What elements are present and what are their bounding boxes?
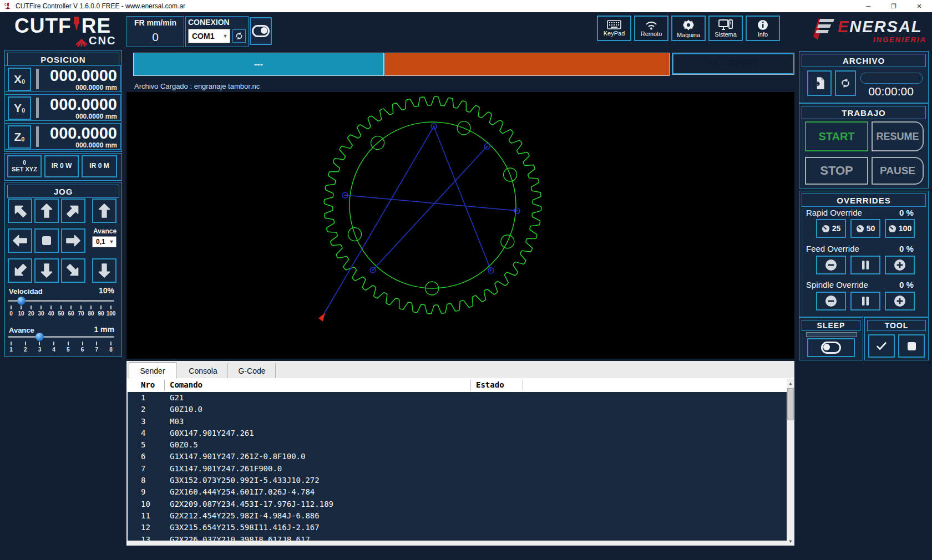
axis-zero-button-z[interactable]: Z0 xyxy=(8,125,31,149)
jog-up-right-button[interactable] xyxy=(61,198,85,223)
rapid-preset-50-button[interactable]: 50 xyxy=(850,219,880,238)
axis-zero-button-y[interactable]: Y0 xyxy=(8,96,31,120)
vertical-scrollbar[interactable]: ▲ ▼ xyxy=(787,379,794,546)
slider-tick xyxy=(50,306,52,309)
com-port-select[interactable]: COM1 ▼ xyxy=(188,29,230,43)
rapid-preset-100-button[interactable]: 100 xyxy=(885,219,915,238)
nav-label-maquina: Maquina xyxy=(677,32,700,38)
table-row[interactable]: 9G2X160.444Y254.601I7.026J-4.784 xyxy=(128,486,787,498)
maximize-button[interactable]: ❐ xyxy=(881,0,906,12)
preset-value: 100 xyxy=(899,224,911,233)
scroll-down-icon[interactable]: ▼ xyxy=(787,537,794,546)
override-decrease-button[interactable] xyxy=(816,256,846,274)
reload-file-button[interactable] xyxy=(835,70,856,96)
wifi-icon xyxy=(644,20,659,30)
axis-zero-button-x[interactable]: X0 xyxy=(8,68,31,91)
jog-avance-select[interactable]: 0,1 ▼ xyxy=(92,236,116,247)
nav-button-remoto[interactable]: Remoto xyxy=(634,16,668,41)
nav-button-maquina[interactable]: Maquina xyxy=(671,16,706,41)
reset-button[interactable]: << -- RESET xyxy=(672,53,794,74)
override-increase-button[interactable] xyxy=(885,292,915,310)
override-decrease-button[interactable] xyxy=(816,292,846,310)
table-row[interactable]: 6G1X147.901Y247.261Z-0.8F100.0 xyxy=(128,451,787,462)
table-row[interactable]: 4G0X147.901Y247.261 xyxy=(128,427,787,439)
table-row[interactable]: 2G0Z10.0 xyxy=(128,404,787,415)
minimize-button[interactable]: ─ xyxy=(855,0,881,12)
tab-sender[interactable]: Sender xyxy=(129,362,176,379)
set-xyz-button[interactable]: 0 SET XYZ xyxy=(7,155,42,177)
override-increase-button[interactable] xyxy=(885,256,915,274)
table-row[interactable]: 11G2X212.454Y225.982I-4.984J-6.886 xyxy=(128,510,787,522)
job-timer: 00:00:00 xyxy=(860,85,921,98)
axis-row-z: Z0000.0000000.0000 mm xyxy=(4,123,121,150)
jog-down-right-button[interactable] xyxy=(61,258,85,283)
tab-consola[interactable]: Consola xyxy=(179,363,228,378)
jog-right-button[interactable] xyxy=(61,228,85,253)
table-row[interactable]: 7G1X147.901Y247.261F900.0 xyxy=(128,463,787,475)
toolpath-preview-canvas[interactable] xyxy=(126,92,794,359)
close-button[interactable]: ✕ xyxy=(906,0,932,12)
jog-up-button[interactable] xyxy=(34,198,59,223)
jog-down-left-button[interactable] xyxy=(8,258,32,283)
connect-toggle[interactable] xyxy=(250,17,272,45)
scrollbar-thumb[interactable] xyxy=(787,388,794,420)
stop-button[interactable]: STOP xyxy=(805,157,868,185)
table-row[interactable]: 3M03 xyxy=(128,416,787,427)
axis-indicator-bar xyxy=(36,126,39,147)
slider-tick xyxy=(96,342,97,345)
pause-button[interactable]: PAUSE xyxy=(872,157,924,185)
slider-tick xyxy=(31,306,32,309)
avance-slider-value: 1 mm xyxy=(83,325,114,334)
table-row[interactable]: 12G3X215.654Y215.598I11.416J-2.167 xyxy=(128,522,787,533)
override-pause-button[interactable] xyxy=(850,292,880,310)
open-file-button[interactable] xyxy=(807,70,832,96)
window-title: CUTFire Controller V 1.6.0.0 FREE - www.… xyxy=(16,2,855,10)
rapid-preset-25-button[interactable]: 25 xyxy=(816,219,846,238)
jog-up-left-button[interactable] xyxy=(8,198,32,223)
slider-tick xyxy=(82,342,83,345)
horizontal-scrollbar[interactable] xyxy=(128,541,787,546)
jog-left-button[interactable] xyxy=(8,228,32,253)
tool-panel: TOOL xyxy=(864,317,929,360)
resume-button[interactable]: RESUME xyxy=(872,121,924,151)
reload-icon xyxy=(840,78,851,89)
slider-tick xyxy=(110,306,112,309)
scroll-up-icon[interactable]: ▲ xyxy=(787,379,794,388)
app-window: C CUTFire Controller V 1.6.0.0 FREE - ww… xyxy=(0,0,932,560)
tool-stop-button[interactable] xyxy=(898,334,925,358)
toggle-off-icon xyxy=(821,342,841,354)
avance-slider-track[interactable] xyxy=(8,336,114,338)
sleep-toggle[interactable] xyxy=(807,338,855,357)
jog-z-down-button[interactable] xyxy=(92,258,116,283)
enersal-logo: ENERSAL INGENIERIA xyxy=(811,16,835,44)
velocidad-slider-thumb[interactable] xyxy=(17,297,26,305)
table-row[interactable]: 10G2X209.087Y234.453I-17.976J-112.189 xyxy=(128,498,787,510)
nav-button-info[interactable]: Info xyxy=(746,16,780,41)
cell-comando: G0Z0.5 xyxy=(170,439,198,451)
jog-down-button[interactable] xyxy=(34,258,59,283)
slider-tick-label: 50 xyxy=(58,310,64,317)
tool-check-button[interactable] xyxy=(868,334,895,358)
jog-z-up-button[interactable] xyxy=(92,198,116,223)
overrides-title: OVERRIDES xyxy=(802,194,926,207)
archivo-title: ARCHIVO xyxy=(802,54,926,67)
nav-button-keypad[interactable]: KeyPad xyxy=(597,16,631,41)
info-icon xyxy=(757,19,768,30)
go-work-zero-button[interactable]: IR 0 W xyxy=(44,155,79,177)
override-pause-button[interactable] xyxy=(850,256,880,274)
table-row[interactable]: 5G0Z0.5 xyxy=(128,439,787,451)
cell-comando: G1X147.901Y247.261F900.0 xyxy=(170,463,282,475)
jog-stop-button[interactable] xyxy=(34,228,59,253)
table-row[interactable]: 1G21 xyxy=(128,392,787,404)
start-button[interactable]: START xyxy=(805,121,868,151)
axis-value-z: 000.0000 xyxy=(50,124,117,142)
axis-secondary-y: 000.0000 mm xyxy=(75,113,117,120)
go-machine-zero-button[interactable]: IR 0 M xyxy=(82,155,117,177)
table-row[interactable]: 13G2X226.037Y210.398I8.617J8.617 xyxy=(128,534,787,541)
nav-button-sistema[interactable]: Sistema xyxy=(708,16,743,41)
refresh-ports-button[interactable] xyxy=(232,29,246,43)
open-file-icon xyxy=(812,75,827,91)
slider-tick xyxy=(70,306,72,309)
table-row[interactable]: 8G3X152.073Y250.992I-5.433J10.272 xyxy=(128,475,787,486)
tab-g-code[interactable]: G-Code xyxy=(229,363,276,378)
